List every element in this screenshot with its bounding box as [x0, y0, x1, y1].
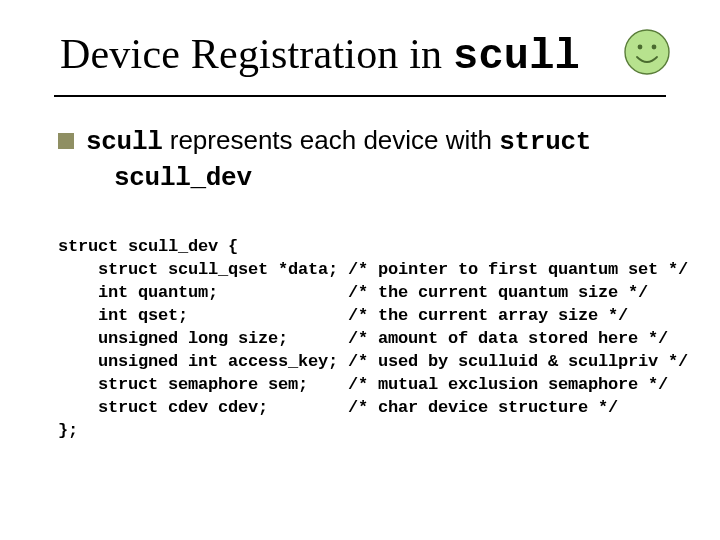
code-line: struct scull_dev {	[58, 237, 238, 256]
bullet-mid: represents each device with	[163, 125, 500, 155]
slide: Device Registration in scull scull repre…	[0, 0, 720, 540]
bullet-line2: scull_dev	[114, 161, 672, 195]
title-mono: scull	[453, 33, 580, 81]
code-line: unsigned int access_key; /* used by scul…	[58, 352, 688, 371]
code-line: unsigned long size; /* amount of data st…	[58, 329, 668, 348]
code-line: int qset; /* the current array size */	[58, 306, 628, 325]
bullet-text: scull represents each device with struct…	[86, 125, 672, 194]
bullet-icon	[58, 133, 74, 149]
title-row: Device Registration in scull	[60, 30, 672, 81]
code-line: struct semaphore sem; /* mutual exclusio…	[58, 375, 668, 394]
title-underline	[54, 95, 666, 97]
svg-point-1	[638, 44, 643, 49]
bullet-lead-mono: scull	[86, 127, 163, 157]
code-line: int quantum; /* the current quantum size…	[58, 283, 648, 302]
svg-point-2	[652, 44, 657, 49]
smiley-icon	[622, 27, 672, 77]
bullet-line2-mono: scull_dev	[114, 163, 252, 193]
title-prefix: Device Registration in	[60, 31, 453, 77]
svg-point-0	[625, 30, 669, 74]
bullet-tail-mono: struct	[499, 127, 591, 157]
code-line: struct cdev cdev; /* char device structu…	[58, 398, 618, 417]
slide-title: Device Registration in scull	[60, 30, 580, 81]
code-line: struct scull_qset *data; /* pointer to f…	[58, 260, 688, 279]
code-line: };	[58, 421, 78, 440]
bullet-item: scull represents each device with struct…	[58, 125, 672, 194]
code-block: struct scull_dev { struct scull_qset *da…	[58, 236, 672, 442]
